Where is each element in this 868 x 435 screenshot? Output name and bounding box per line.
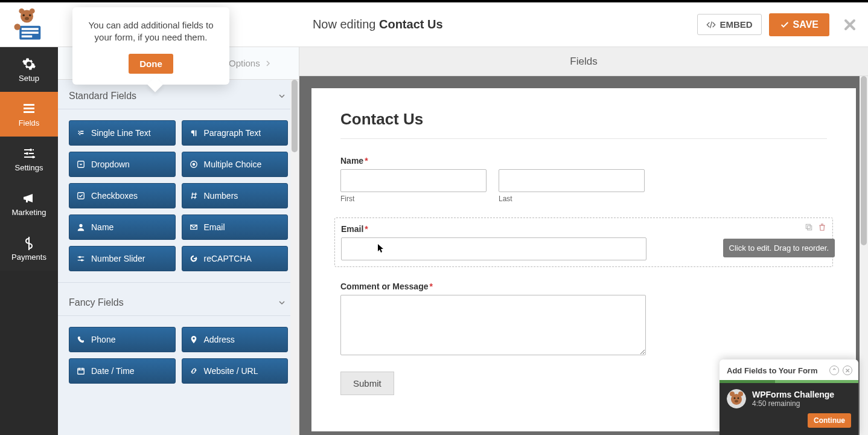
section-fancy-fields[interactable]: Fancy Fields	[58, 282, 299, 316]
submit-button[interactable]: Submit	[340, 372, 394, 395]
svg-rect-9	[22, 35, 33, 37]
challenge-continue-button[interactable]: Continue	[808, 413, 851, 428]
field-button-paragraph-text[interactable]: Paragraph Text	[182, 120, 289, 146]
field-button-checkboxes[interactable]: Checkboxes	[69, 183, 176, 208]
scrollbar-thumb[interactable]	[861, 76, 867, 245]
field-name[interactable]: Name* First Last	[340, 156, 827, 203]
name-first-col: First	[340, 169, 487, 203]
field-button-website-url[interactable]: Website / URL	[182, 358, 289, 384]
field-button-dropdown[interactable]: Dropdown	[69, 152, 176, 177]
nav-label: Settings	[15, 163, 43, 172]
svg-point-14	[30, 149, 32, 151]
wpforms-logo-icon	[12, 8, 46, 42]
onboarding-popover: You can add additional fields to your fo…	[72, 7, 229, 85]
svg-point-33	[734, 398, 736, 399]
required-asterisk: *	[365, 224, 368, 234]
field-action-icons	[805, 223, 826, 231]
nav-marketing[interactable]: Marketing	[0, 181, 58, 226]
svg-rect-7	[22, 28, 39, 30]
field-button-recaptcha[interactable]: reCAPTCHA	[182, 246, 289, 271]
nav-fields[interactable]: Fields	[0, 92, 58, 137]
challenge-title: WPForms Challenge	[752, 390, 834, 399]
svg-rect-8	[22, 31, 39, 34]
canvas-scrollbar[interactable]	[860, 76, 868, 435]
email-col	[341, 237, 646, 260]
svg-point-16	[32, 156, 34, 158]
field-button-phone[interactable]: Phone	[69, 327, 176, 352]
phone-icon	[77, 335, 85, 344]
link-icon	[190, 367, 198, 375]
svg-point-4	[19, 8, 24, 13]
dollar-icon	[22, 236, 36, 250]
collapse-icon[interactable]: ⌃	[829, 366, 839, 375]
svg-point-23	[79, 256, 81, 259]
text-icon	[77, 129, 85, 137]
cursor-icon	[377, 243, 385, 255]
svg-rect-25	[194, 258, 197, 259]
dismiss-icon[interactable]: ✕	[843, 366, 852, 375]
chevron-down-icon	[278, 299, 286, 306]
challenge-avatar	[727, 389, 746, 408]
left-nav: Setup Fields Settings Marketing Payments	[0, 47, 58, 435]
bullhorn-icon	[22, 191, 36, 205]
dot-circle-icon	[190, 160, 198, 169]
close-button[interactable]	[843, 18, 857, 32]
challenge-row: WPForms Challenge 4:50 remaining	[727, 389, 851, 408]
field-button-multiple-choice[interactable]: Multiple Choice	[182, 152, 289, 177]
field-button-number-slider[interactable]: Number Slider	[69, 246, 176, 271]
field-button-date-time[interactable]: Date / Time	[69, 358, 176, 384]
sublabel-first: First	[340, 195, 487, 203]
challenge-remaining: 4:50 remaining	[752, 399, 834, 408]
field-button-numbers[interactable]: Numbers	[182, 183, 289, 208]
nav-setup[interactable]: Setup	[0, 47, 58, 92]
field-button-single-line-text[interactable]: Single Line Text	[69, 120, 176, 146]
scrollbar-thumb[interactable]	[292, 80, 298, 152]
map-pin-icon	[190, 335, 198, 344]
svg-point-32	[738, 392, 743, 396]
field-button-address[interactable]: Address	[182, 327, 289, 352]
form-title: Contact Us	[340, 110, 827, 129]
google-icon	[190, 254, 198, 263]
svg-point-2	[29, 14, 31, 16]
challenge-body: WPForms Challenge 4:50 remaining Continu…	[720, 383, 858, 435]
challenge-header: Add Fields to Your Form ⌃ ✕	[720, 359, 858, 380]
bear-avatar-icon	[727, 389, 746, 408]
side-panel: Add Fields Field Options Standard Fields…	[58, 47, 299, 435]
popover-done-button[interactable]: Done	[129, 54, 173, 74]
nav-spacer	[0, 271, 58, 435]
email-input[interactable]	[341, 237, 646, 260]
chevron-right-icon	[265, 60, 271, 66]
nav-label: Payments	[11, 253, 46, 262]
sliders-icon	[22, 146, 36, 161]
field-message[interactable]: Comment or Message*	[340, 282, 827, 357]
first-name-input[interactable]	[340, 169, 487, 192]
trash-icon[interactable]	[818, 223, 826, 231]
last-name-input[interactable]	[499, 169, 645, 192]
list-icon	[22, 102, 36, 116]
user-icon	[77, 223, 85, 231]
field-button-label: Numbers	[204, 191, 238, 201]
svg-point-34	[738, 398, 739, 399]
field-button-email[interactable]: Email	[182, 214, 289, 240]
field-hover-tooltip: Click to edit. Drag to reorder.	[723, 239, 835, 257]
name-last-col: Last	[499, 169, 645, 203]
field-button-name[interactable]: Name	[69, 214, 176, 240]
nav-settings[interactable]: Settings	[0, 137, 58, 181]
embed-button[interactable]: EMBED	[697, 14, 761, 35]
message-textarea[interactable]	[340, 295, 646, 355]
nav-payments[interactable]: Payments	[0, 226, 58, 271]
duplicate-icon[interactable]	[805, 223, 813, 231]
field-email[interactable]: Email* Click to edit. Drag to reorder.	[334, 218, 833, 267]
section-title: Fancy Fields	[69, 297, 124, 308]
sidepanel-scrollbar[interactable]	[290, 80, 299, 435]
nav-label: Marketing	[11, 208, 46, 217]
svg-rect-11	[24, 104, 34, 106]
field-button-label: reCAPTCHA	[204, 254, 252, 263]
save-button[interactable]: SAVE	[769, 13, 829, 36]
field-button-label: Dropdown	[91, 160, 130, 169]
svg-point-24	[81, 259, 83, 262]
svg-point-15	[26, 152, 28, 155]
field-button-label: Website / URL	[204, 366, 258, 376]
section-title: Standard Fields	[69, 91, 136, 102]
field-label: Name*	[340, 156, 827, 166]
